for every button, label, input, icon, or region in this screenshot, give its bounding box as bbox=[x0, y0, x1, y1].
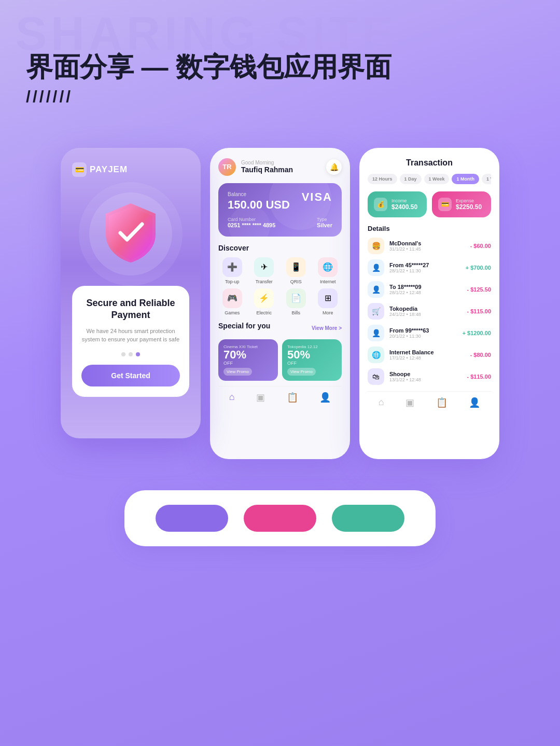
tx-to18-name: To 18*****09 bbox=[389, 284, 462, 290]
tx-to18-info: To 18*****09 28/1/22 • 12:48 bbox=[389, 284, 462, 295]
special-section: Special for you View More > Cinema XXI T… bbox=[218, 322, 342, 381]
electric-label: Electric bbox=[256, 310, 272, 315]
tx-from99: 👤 From 99*****63 20/1/22 • 11:30 + $1200… bbox=[368, 325, 491, 341]
phone-secure-payment: 💳 PAYJEM bbox=[61, 148, 201, 438]
tx-tokopedia: 🛒 Tokopedia 24/1/22 • 18:48 - $115.00 bbox=[368, 303, 491, 320]
tx-shoope-info: Shoope 13/1/22 • 12:48 bbox=[389, 371, 462, 382]
expense-amount: $2250.50 bbox=[456, 203, 482, 211]
tokopedia-view-btn[interactable]: View Promo bbox=[287, 368, 316, 376]
more-icon: ⊞ bbox=[318, 288, 338, 308]
payjem-icon: 💳 bbox=[72, 162, 87, 177]
visa-card: Balance 150.00 USD VISA Card Number 0251… bbox=[218, 183, 342, 237]
tx-shoope-icon: 🛍 bbox=[368, 368, 384, 385]
phone2-navigation: ⌂ ▣ 📋 👤 bbox=[218, 386, 342, 405]
discover-transfer[interactable]: ✈ Transfer bbox=[250, 257, 278, 284]
card-type-area: Type Silver bbox=[317, 217, 332, 228]
slash-decoration: /////// bbox=[26, 87, 534, 106]
bills-icon: 📄 bbox=[286, 288, 306, 308]
income-info: Income $2400.50 bbox=[391, 198, 417, 211]
tx-tokopedia-amount: - $115.00 bbox=[467, 308, 491, 314]
tx-internet-date: 17/1/22 • 12:48 bbox=[389, 355, 465, 361]
discover-electric[interactable]: ⚡ Electric bbox=[250, 288, 278, 315]
phone3-nav-card[interactable]: ▣ bbox=[405, 397, 414, 408]
shield-area bbox=[72, 187, 189, 281]
promo-cinema-card[interactable]: Cinema XXI Ticket 70% OFF View Promo bbox=[218, 339, 278, 381]
phone1-bottom-card: Secure and Reliable Payment We have 24 h… bbox=[72, 286, 189, 397]
qris-label: QRIS bbox=[290, 279, 302, 284]
shield-icon bbox=[100, 199, 162, 269]
discover-more[interactable]: ⊞ More bbox=[314, 288, 342, 315]
tab-1year[interactable]: 1 Y bbox=[482, 174, 491, 184]
cinema-off: OFF bbox=[223, 361, 273, 366]
transfer-icon: ✈ bbox=[254, 257, 274, 277]
internet-icon: 🌐 bbox=[318, 257, 338, 277]
promo-tokopedia-card[interactable]: Tokopedia 12.12 50% OFF View Promo bbox=[282, 339, 342, 381]
tx-from99-info: From 99*****63 20/1/22 • 11:30 bbox=[389, 327, 457, 339]
notification-icon[interactable]: 🔔 bbox=[326, 159, 342, 175]
discover-qris[interactable]: 📱 QRIS bbox=[282, 257, 310, 284]
tab-12hours[interactable]: 12 Hours bbox=[368, 174, 397, 184]
card-number-value: 0251 **** **** 4895 bbox=[228, 222, 275, 228]
tab-1week[interactable]: 1 Week bbox=[424, 174, 450, 184]
promo-cards: Cinema XXI Ticket 70% OFF View Promo Tok… bbox=[218, 339, 342, 381]
income-icon: 💰 bbox=[374, 198, 387, 211]
discover-title: Discover bbox=[218, 244, 342, 252]
tx-to18-amount: - $125.50 bbox=[467, 286, 491, 293]
time-filter-tabs: 12 Hours 1 Day 1 Week 1 Month 1 Y bbox=[368, 174, 491, 184]
tx-tokopedia-date: 24/1/22 • 18:48 bbox=[389, 312, 462, 317]
games-label: Games bbox=[225, 310, 240, 315]
details-title: Details bbox=[368, 225, 491, 232]
expense-icon: 💳 bbox=[438, 198, 452, 211]
tx-shoope-date: 13/1/22 • 12:48 bbox=[389, 377, 462, 382]
discover-topup[interactable]: ➕ Top-up bbox=[218, 257, 246, 284]
payjem-logo-text: PAYJEM bbox=[90, 164, 128, 175]
phones-container: 💳 PAYJEM bbox=[0, 117, 560, 480]
nav-user-icon[interactable]: 👤 bbox=[319, 392, 331, 403]
tokopedia-discount: 50% bbox=[287, 349, 337, 361]
card-bottom-row: Card Number 0251 **** **** 4895 Type Sil… bbox=[228, 217, 332, 228]
greeting-label: Good Morning bbox=[241, 160, 326, 165]
dot-3 bbox=[136, 352, 140, 356]
phone3-navigation: ⌂ ▣ 📋 👤 bbox=[368, 391, 491, 410]
carousel-dots bbox=[81, 352, 180, 356]
discover-section: Discover ➕ Top-up ✈ Transfer 📱 QRIS 🌐 In… bbox=[218, 244, 342, 315]
tx-from99-name: From 99*****63 bbox=[389, 327, 457, 334]
nav-card-icon[interactable]: ▣ bbox=[256, 392, 265, 403]
discover-games[interactable]: 🎮 Games bbox=[218, 288, 246, 315]
cinema-discount: 70% bbox=[223, 349, 273, 361]
tx-from99-icon: 👤 bbox=[368, 325, 384, 341]
discover-internet[interactable]: 🌐 Internet bbox=[314, 257, 342, 284]
topup-label: Top-up bbox=[225, 279, 240, 284]
get-started-button[interactable]: Get Started bbox=[81, 365, 180, 386]
card-number-area: Card Number 0251 **** **** 4895 bbox=[228, 217, 275, 228]
special-section-header: Special for you View More > bbox=[218, 322, 342, 335]
logo-area: 💳 PAYJEM bbox=[72, 162, 189, 177]
tx-mcdonalds-amount: - $60.00 bbox=[470, 243, 491, 249]
tab-1day[interactable]: 1 Day bbox=[400, 174, 422, 184]
tx-from45-info: From 45*****27 28/1/22 • 11:30 bbox=[389, 262, 460, 273]
discover-grid: ➕ Top-up ✈ Transfer 📱 QRIS 🌐 Internet 🎮 bbox=[218, 257, 342, 315]
expense-info: Expense $2250.50 bbox=[456, 198, 482, 211]
tx-mcdonalds-name: McDonnal's bbox=[389, 240, 465, 246]
tx-tokopedia-icon: 🛒 bbox=[368, 303, 384, 320]
tx-to18-icon: 👤 bbox=[368, 281, 384, 298]
nav-doc-icon[interactable]: 📋 bbox=[287, 392, 298, 403]
phone3-nav-user[interactable]: 👤 bbox=[469, 397, 480, 408]
tx-internet-amount: - $80.00 bbox=[470, 352, 491, 358]
view-more-link[interactable]: View More > bbox=[312, 325, 342, 331]
tab-1month[interactable]: 1 Month bbox=[452, 174, 479, 184]
nav-home-icon[interactable]: ⌂ bbox=[229, 392, 235, 403]
secure-payment-desc: We have 24 hours smart protection system… bbox=[81, 327, 180, 344]
tx-shoope-amount: - $115.00 bbox=[467, 374, 491, 380]
tx-shoope-name: Shoope bbox=[389, 371, 462, 377]
transaction-list: 🍔 McDonnal's 31/1/22 • 11:45 - $60.00 👤 … bbox=[368, 238, 491, 385]
phone-transaction: Transaction 12 Hours 1 Day 1 Week 1 Mont… bbox=[359, 148, 499, 459]
tx-internet-icon: 🌐 bbox=[368, 347, 384, 363]
phone3-nav-home[interactable]: ⌂ bbox=[379, 397, 384, 408]
user-name: Taufiq Rahman bbox=[241, 165, 326, 174]
discover-bills[interactable]: 📄 Bills bbox=[282, 288, 310, 315]
phone3-nav-tx[interactable]: 📋 bbox=[436, 397, 447, 408]
avatar: TR bbox=[218, 158, 236, 176]
tx-internet: 🌐 Internet Balance 17/1/22 • 12:48 - $80… bbox=[368, 347, 491, 363]
cinema-view-btn[interactable]: View Promo bbox=[223, 368, 252, 376]
